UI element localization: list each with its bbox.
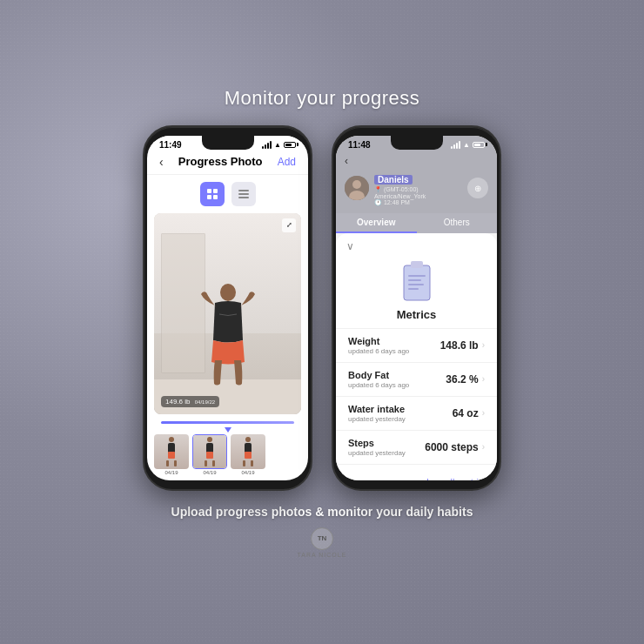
username: Daniels xyxy=(374,175,413,184)
user-info: Daniels 📍 (GMT-05:00) America/New_York 🕐… xyxy=(374,171,462,206)
phone-2-screen: 11:48 ▲ ‹ xyxy=(336,136,497,480)
metric-bodyfat-label: Body Fat updated 6 days ago xyxy=(348,370,446,389)
svg-rect-29 xyxy=(408,275,426,277)
user-row: Daniels 📍 (GMT-05:00) America/New_York 🕐… xyxy=(345,171,488,206)
toggle-row xyxy=(147,175,308,213)
svg-rect-28 xyxy=(411,261,423,268)
svg-rect-22 xyxy=(251,460,253,466)
thumbnails-row: 04/19 04/ xyxy=(147,433,308,480)
battery-icon-2 xyxy=(473,142,485,148)
metric-weight-value: 148.6 lb xyxy=(440,339,479,352)
svg-point-18 xyxy=(245,437,251,442)
thumbnail-1[interactable]: 04/19 xyxy=(192,434,227,475)
svg-point-13 xyxy=(207,437,212,442)
phone-2: 11:48 ▲ ‹ xyxy=(332,125,501,491)
svg-rect-5 xyxy=(238,193,249,195)
photo-mock: ⤢ 149.6 lb 04/19/22 xyxy=(154,213,301,414)
log-all-row: Log all metrics xyxy=(336,464,497,480)
metric-bodyfat-value-row: 36.2 % › xyxy=(446,373,485,386)
status-time-1: 11:49 xyxy=(159,140,182,150)
svg-point-7 xyxy=(220,284,236,301)
metric-water-value-row: 64 oz › xyxy=(453,407,485,419)
thumb-date-0: 04/19 xyxy=(154,470,189,475)
list-view-toggle[interactable] xyxy=(231,182,256,206)
svg-rect-2 xyxy=(207,195,211,199)
photo-header: ‹ Progress Photo Add xyxy=(147,151,308,175)
back-arrow-1[interactable]: ‹ xyxy=(159,155,164,169)
signal-bars-2 xyxy=(451,141,460,149)
phone-1-screen: 11:49 ▲ ‹ Progress Photo xyxy=(147,136,308,480)
metric-water-value: 64 oz xyxy=(453,407,479,419)
figure-svg xyxy=(198,284,258,397)
expand-icon[interactable]: ⤢ xyxy=(282,218,296,232)
metrics-icon-row xyxy=(336,254,497,308)
metric-steps-value: 6000 steps xyxy=(425,441,478,453)
photo-screen-title: Progress Photo xyxy=(178,155,263,168)
metric-water-label: Water intake updated yesterday xyxy=(348,404,453,423)
metrics-card: ∨ Metrics xyxy=(336,233,497,480)
svg-point-8 xyxy=(169,437,174,442)
metric-steps-value-row: 6000 steps › xyxy=(425,441,485,453)
brand-name: TARA NICOLE xyxy=(298,552,347,558)
tab-others[interactable]: Others xyxy=(417,213,498,233)
svg-rect-21 xyxy=(243,460,245,466)
svg-point-24 xyxy=(352,180,361,189)
page-title: Monitor your progress xyxy=(225,87,419,110)
notch-2 xyxy=(391,136,443,150)
signal-bars-1 xyxy=(262,141,272,149)
status-icons-2: ▲ xyxy=(451,141,485,149)
metric-bodyfat-value: 36.2 % xyxy=(446,373,478,386)
svg-rect-32 xyxy=(408,288,419,290)
back-arrow-2[interactable]: ‹ xyxy=(345,155,488,167)
water-chevron: › xyxy=(482,408,485,418)
metric-row-weight[interactable]: Weight updated 6 days ago 148.6 lb › xyxy=(336,328,497,362)
metric-row-bodyfat[interactable]: Body Fat updated 6 days ago 36.2 % › xyxy=(336,362,497,396)
log-all-link[interactable]: Log all metrics xyxy=(426,477,488,480)
timeline-section xyxy=(154,418,301,433)
grid-view-toggle[interactable] xyxy=(200,182,225,206)
svg-rect-1 xyxy=(213,189,218,193)
chevron-down[interactable]: ∨ xyxy=(336,233,497,254)
logo-circle: TN xyxy=(311,527,333,550)
phones-row: 11:49 ▲ ‹ Progress Photo xyxy=(143,125,501,491)
metric-steps-label: Steps updated yesterday xyxy=(348,438,425,457)
svg-rect-31 xyxy=(408,284,424,285)
metric-weight-label: Weight updated 6 days ago xyxy=(348,336,440,355)
svg-rect-11 xyxy=(166,460,169,466)
thumb-img-0 xyxy=(154,434,189,469)
thumbnail-2[interactable]: 04/19 xyxy=(231,434,265,475)
metric-row-steps[interactable]: Steps updated yesterday 6000 steps › xyxy=(336,430,497,464)
svg-rect-0 xyxy=(207,189,211,193)
wifi-icon-2: ▲ xyxy=(463,141,470,149)
phone-1: 11:49 ▲ ‹ Progress Photo xyxy=(143,125,312,491)
thumb-date-1: 04/19 xyxy=(192,470,227,475)
svg-rect-30 xyxy=(408,279,421,281)
tab-overview[interactable]: Overview xyxy=(336,213,417,233)
svg-rect-3 xyxy=(213,195,218,199)
svg-rect-16 xyxy=(205,460,207,466)
svg-rect-6 xyxy=(238,197,249,198)
thumbnail-0[interactable]: 04/19 xyxy=(154,434,189,475)
thumb-img-2 xyxy=(231,434,265,469)
svg-rect-26 xyxy=(404,265,430,300)
svg-rect-12 xyxy=(174,460,177,466)
user-avatar xyxy=(345,176,369,200)
share-button[interactable]: ⊕ xyxy=(467,178,488,198)
battery-icon-1 xyxy=(284,142,296,148)
bottom-caption: Upload progress photos & monitor your da… xyxy=(171,505,473,519)
add-button[interactable]: Add xyxy=(278,156,296,168)
metric-row-water[interactable]: Water intake updated yesterday 64 oz › xyxy=(336,396,497,430)
steps-chevron: › xyxy=(482,442,485,452)
metrics-title: Metrics xyxy=(336,308,497,321)
thumb-img-1 xyxy=(193,435,226,468)
svg-rect-10 xyxy=(168,452,175,459)
metrics-icon xyxy=(399,261,434,305)
logo-area: TN TARA NICOLE xyxy=(298,527,347,558)
svg-rect-17 xyxy=(212,460,215,466)
notch-1 xyxy=(202,136,254,150)
metrics-tabs: Overview Others xyxy=(336,213,497,233)
timeline-bar xyxy=(161,421,294,424)
bodyfat-chevron: › xyxy=(482,374,485,384)
progress-photo-container: ⤢ 149.6 lb 04/19/22 xyxy=(154,213,301,414)
wifi-icon-1: ▲ xyxy=(274,141,281,149)
